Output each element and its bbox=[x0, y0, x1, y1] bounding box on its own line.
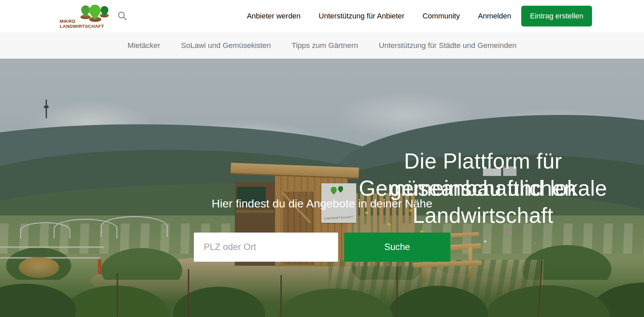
subnav-mietaecker[interactable]: Mietäcker bbox=[127, 41, 160, 50]
logo-pin-icon bbox=[81, 5, 90, 17]
subnav-tipps[interactable]: Tipps zum Gärtnern bbox=[291, 41, 358, 50]
secondary-nav: Mietäcker SoLawi und Gemüsekisten Tipps … bbox=[0, 32, 644, 59]
nav-unterstuetzung-anbieter[interactable]: Unterstützung für Anbieter bbox=[319, 12, 405, 20]
search-icon bbox=[117, 11, 127, 21]
site-logo[interactable]: MIKRO LANDWIRTSCHAFT bbox=[60, 3, 107, 29]
subnav-solawi[interactable]: SoLawi und Gemüsekisten bbox=[181, 41, 271, 50]
logo-line2: LANDWIRTSCHAFT bbox=[60, 24, 104, 29]
plz-ort-input[interactable] bbox=[194, 233, 338, 262]
logo-pin-icon bbox=[101, 6, 108, 16]
top-header: MIKRO LANDWIRTSCHAFT Anbieter werden Unt… bbox=[0, 0, 644, 32]
subnav-staedte[interactable]: Unterstützung für Städte und Gemeinden bbox=[379, 41, 516, 50]
logo-pin-icon bbox=[89, 5, 101, 19]
nav-anmelden[interactable]: Anmelden bbox=[478, 12, 511, 20]
suche-button[interactable]: Suche bbox=[344, 233, 450, 262]
hero-search-row: Suche bbox=[194, 233, 450, 262]
nav-community[interactable]: Community bbox=[423, 12, 460, 20]
logo-line1: MIKRO bbox=[60, 19, 104, 24]
logo-pins-icon bbox=[80, 5, 109, 20]
nav-anbieter-werden[interactable]: Anbieter werden bbox=[247, 12, 301, 20]
search-button[interactable] bbox=[117, 10, 128, 22]
eintrag-erstellen-button[interactable]: Eintrag erstellen bbox=[521, 6, 592, 26]
logo-wordmark: MIKRO LANDWIRTSCHAFT bbox=[60, 19, 104, 29]
hero-title-line2: Gemüseanbau und lokale Landwirtschaft bbox=[322, 175, 644, 229]
hero-section: LANDWIRTSCHAFT Die Plattform für gemeins… bbox=[0, 59, 644, 317]
hero-content: Die Plattform für gemeinschaftlichen Gem… bbox=[0, 59, 644, 317]
main-nav: Anbieter werden Unterstützung für Anbiet… bbox=[247, 12, 511, 20]
